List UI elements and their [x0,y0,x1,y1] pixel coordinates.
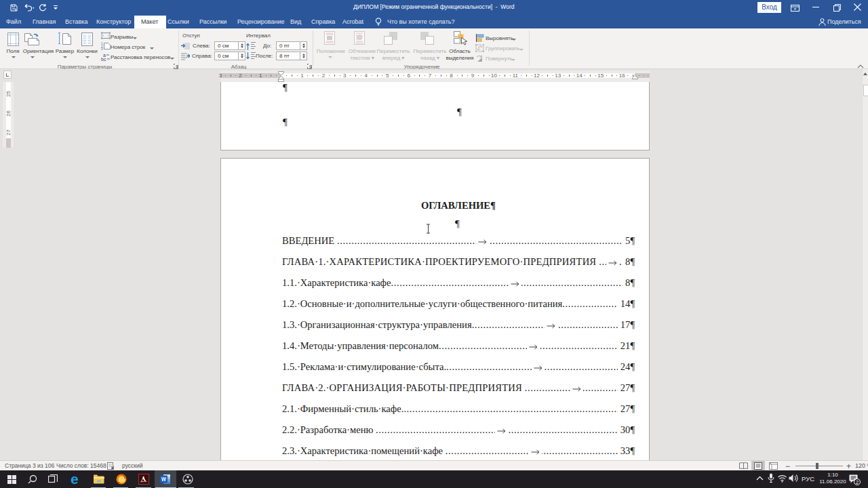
svg-text:2: 2 [856,479,859,485]
svg-text:3: 3 [101,47,103,50]
svg-text:bc: bc [101,57,106,61]
